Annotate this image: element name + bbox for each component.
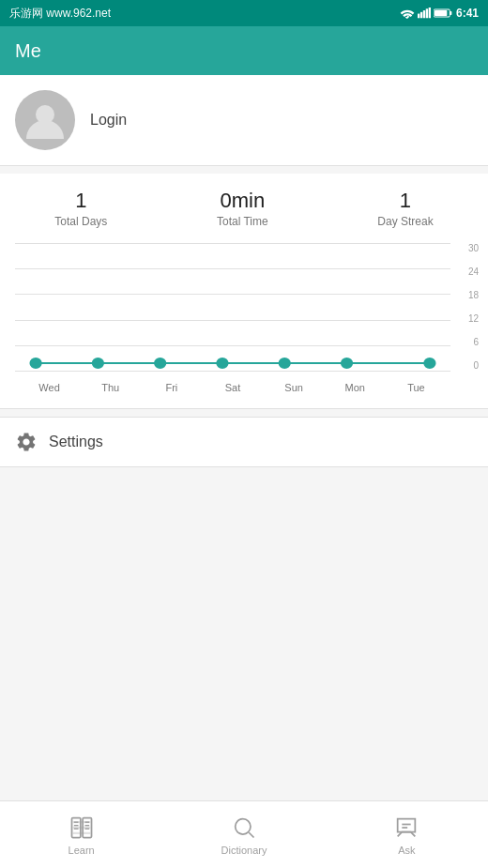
status-left-text: 乐游网 www.962.net (9, 6, 111, 22)
total-days-label: Total Days (54, 215, 107, 228)
page-title: Me (15, 40, 41, 62)
total-time-label: Total Time (217, 215, 268, 228)
y-label-18: 18 (468, 290, 479, 300)
nav-item-learn[interactable]: Learn (0, 815, 162, 856)
svg-rect-1 (420, 12, 422, 18)
nav-item-dictionary[interactable]: Dictionary (162, 815, 325, 856)
day-streak-label: Day Streak (377, 215, 433, 228)
chart-area: 30 24 18 12 6 0 (15, 243, 450, 393)
svg-point-15 (341, 358, 353, 369)
x-label-wed: Wed (19, 382, 80, 393)
learn-icon (69, 815, 95, 841)
profile-section[interactable]: Login (0, 75, 488, 166)
content-area: Login 1 Total Days 0min Total Time 1 Day… (0, 75, 488, 800)
wifi-icon (400, 8, 415, 19)
app-header: Me (0, 26, 488, 75)
svg-point-25 (236, 818, 251, 833)
status-time: 6:41 (456, 7, 479, 20)
y-label-12: 12 (468, 313, 479, 324)
svg-point-10 (29, 358, 41, 369)
svg-rect-7 (450, 11, 451, 15)
x-label-tue: Tue (386, 382, 447, 393)
x-label-sat: Sat (202, 382, 263, 393)
total-time-stat: 0min Total Time (217, 189, 268, 228)
settings-gear-icon (15, 431, 38, 453)
login-button[interactable]: Login (90, 112, 127, 129)
status-bar: 乐游网 www.962.net 6:41 (0, 0, 488, 26)
svg-point-12 (154, 358, 166, 369)
x-label-mon: Mon (325, 382, 386, 393)
y-label-24: 24 (468, 266, 479, 277)
dictionary-icon (231, 815, 257, 841)
ask-nav-label: Ask (398, 845, 415, 856)
chart-svg (15, 243, 450, 371)
stats-section: 1 Total Days 0min Total Time 1 Day Strea… (0, 174, 488, 409)
x-label-fri: Fri (141, 382, 202, 393)
settings-label: Settings (49, 434, 103, 450)
svg-point-11 (92, 358, 104, 369)
day-streak-stat: 1 Day Streak (377, 189, 433, 228)
avatar (15, 90, 75, 150)
status-icons (400, 8, 452, 19)
battery-icon (434, 8, 452, 19)
x-label-sun: Sun (264, 382, 325, 393)
ask-icon (393, 815, 419, 841)
svg-line-26 (249, 832, 253, 837)
svg-rect-6 (435, 10, 447, 16)
svg-rect-3 (426, 8, 428, 18)
svg-rect-2 (423, 10, 425, 18)
settings-section[interactable]: Settings (0, 417, 488, 467)
y-label-0: 0 (468, 360, 479, 371)
svg-point-13 (216, 358, 228, 369)
svg-rect-0 (418, 14, 419, 19)
chart-x-labels: Wed Thu Fri Sat Sun Mon Tue (15, 382, 450, 393)
bottom-nav: Learn Dictionary Ask (0, 800, 488, 868)
dictionary-nav-label: Dictionary (221, 845, 267, 856)
stats-row: 1 Total Days 0min Total Time 1 Day Strea… (0, 189, 488, 243)
y-label-30: 30 (468, 243, 479, 253)
learn-nav-label: Learn (69, 845, 95, 856)
chart-container: 30 24 18 12 6 0 (0, 243, 488, 401)
total-days-stat: 1 Total Days (54, 189, 107, 228)
chart-y-labels: 30 24 18 12 6 0 (468, 243, 479, 371)
svg-point-16 (423, 358, 435, 369)
nav-item-ask[interactable]: Ask (326, 815, 488, 856)
y-label-6: 6 (468, 337, 479, 347)
x-label-thu: Thu (80, 382, 141, 393)
signal-icon (418, 8, 431, 19)
total-time-value: 0min (217, 189, 268, 213)
gray-area (0, 467, 488, 693)
svg-point-14 (279, 358, 291, 369)
svg-rect-4 (429, 8, 431, 18)
total-days-value: 1 (54, 189, 107, 213)
avatar-icon (23, 98, 68, 143)
day-streak-value: 1 (377, 189, 433, 213)
